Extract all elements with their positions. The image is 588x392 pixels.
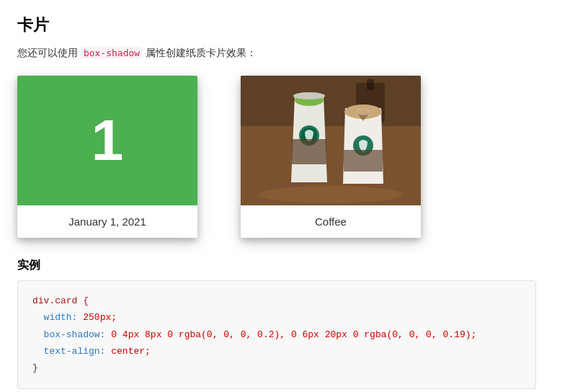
section-title: 实例 (17, 258, 571, 273)
card-coffee-label: Coffee (241, 205, 421, 238)
svg-rect-2 (241, 76, 421, 126)
code-value-align: center; (111, 346, 151, 357)
code-selector: div.card { (32, 295, 89, 306)
svg-rect-13 (344, 150, 383, 172)
code-property-shadow: box-shadow: (44, 329, 106, 340)
subtitle: 您还可以使用 box-shadow 属性创建纸质卡片效果： (17, 45, 571, 61)
card-coffee: Coffee (241, 76, 421, 238)
code-value-shadow: 0 4px 8px 0 rgba(0, 0, 0, 0.2), 0 6px 20… (111, 329, 476, 340)
page-title: 卡片 (17, 14, 571, 36)
code-line-1: div.card { (32, 293, 521, 309)
code-line-3: box-shadow: 0 4px 8px 0 rgba(0, 0, 0, 0.… (32, 326, 521, 343)
card-green-top: 1 (17, 76, 197, 205)
svg-point-11 (356, 108, 370, 115)
subtitle-pre: 您还可以使用 (17, 47, 81, 58)
code-line-2: width: 250px; (32, 309, 521, 326)
code-value-width: 250px; (83, 312, 117, 323)
code-block: div.card { width: 250px; box-shadow: 0 4… (17, 280, 536, 389)
subtitle-post: 属性创建纸质卡片效果： (143, 47, 257, 58)
svg-point-9 (293, 92, 325, 99)
cards-row: 1 January 1, 2021 (17, 76, 571, 238)
svg-point-14 (259, 186, 403, 203)
card-date-label: January 1, 2021 (17, 205, 197, 238)
subtitle-code: box-shadow (81, 47, 143, 59)
svg-rect-8 (292, 139, 326, 164)
card-coffee-image (241, 76, 421, 205)
card-number: 1 (92, 107, 124, 174)
code-line-5: } (32, 360, 521, 376)
svg-rect-4 (367, 79, 374, 90)
code-brace-close: } (32, 362, 38, 373)
code-line-4: text-align: center; (32, 343, 521, 360)
code-property-align: text-align: (44, 346, 106, 357)
card-date: 1 January 1, 2021 (17, 76, 197, 238)
code-property-width: width: (44, 312, 78, 323)
